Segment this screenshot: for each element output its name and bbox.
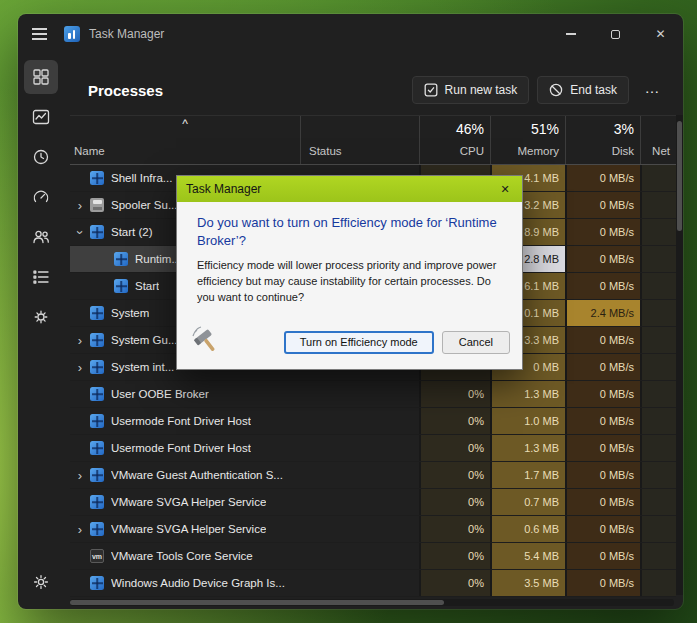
turn-on-efficiency-mode-button[interactable]: Turn on Efficiency mode bbox=[284, 331, 434, 354]
sidebar-item-performance[interactable] bbox=[24, 100, 58, 134]
expand-arrow-icon[interactable]: › bbox=[72, 469, 88, 482]
network-cell bbox=[640, 489, 676, 515]
table-row[interactable]: VMware SVGA Helper Service 0% 0.7 MB 0 M… bbox=[70, 489, 676, 516]
disk-cell: 0 MB/s bbox=[565, 570, 640, 596]
process-icon bbox=[114, 252, 128, 266]
status-cell bbox=[300, 408, 419, 434]
column-header-name[interactable]: ^ Name bbox=[70, 116, 300, 164]
window-titlebar[interactable]: Task Manager ✕ bbox=[18, 14, 683, 54]
network-cell bbox=[640, 381, 676, 407]
process-name: Start (2) bbox=[111, 226, 153, 238]
process-name: System Gu... bbox=[111, 334, 177, 346]
expand-arrow-icon[interactable]: › bbox=[74, 224, 87, 240]
column-header-memory[interactable]: 51% Memory bbox=[490, 116, 565, 164]
network-cell bbox=[640, 354, 676, 380]
table-row[interactable]: Usermode Font Driver Host 0% 1.0 MB 0 MB… bbox=[70, 408, 676, 435]
expand-arrow-icon[interactable]: › bbox=[72, 361, 88, 374]
dialog-footer: Turn on Efficiency mode Cancel bbox=[191, 325, 510, 359]
sidebar-item-app-history[interactable] bbox=[24, 140, 58, 174]
sidebar-item-users[interactable] bbox=[24, 220, 58, 254]
process-name: Spooler Su... bbox=[111, 199, 177, 211]
page-title: Processes bbox=[88, 82, 163, 99]
network-cell bbox=[640, 543, 676, 569]
cpu-cell: 0% bbox=[419, 435, 490, 461]
process-name: Windows Audio Device Graph Is... bbox=[111, 577, 285, 589]
status-cell bbox=[300, 570, 419, 596]
cpu-cell: 0% bbox=[419, 462, 490, 488]
details-icon bbox=[32, 268, 50, 286]
process-name-cell: vm VMware Tools Core Service bbox=[70, 543, 300, 569]
disk-cell: 0 MB/s bbox=[565, 165, 640, 191]
column-label-name: Name bbox=[74, 145, 105, 157]
process-name-cell: User OOBE Broker bbox=[70, 381, 300, 407]
disk-cell: 0 MB/s bbox=[565, 543, 640, 569]
process-name: Start bbox=[135, 280, 159, 292]
table-row[interactable]: vm VMware Tools Core Service 0% 5.4 MB 0… bbox=[70, 543, 676, 570]
process-name-cell: VMware SVGA Helper Service bbox=[70, 489, 300, 515]
sidebar-item-services[interactable] bbox=[24, 300, 58, 334]
sidebar-item-processes[interactable] bbox=[24, 60, 58, 94]
performance-icon bbox=[32, 108, 50, 126]
sidebar-item-details[interactable] bbox=[24, 260, 58, 294]
vertical-scrollbar-thumb[interactable] bbox=[677, 121, 682, 231]
more-options-button[interactable]: … bbox=[637, 75, 667, 106]
processes-icon bbox=[32, 68, 50, 86]
table-row[interactable]: › VMware Guest Authentication S... 0% 1.… bbox=[70, 462, 676, 489]
table-row[interactable]: Usermode Font Driver Host 0% 1.3 MB 0 MB… bbox=[70, 435, 676, 462]
process-icon bbox=[90, 306, 104, 320]
maximize-button[interactable] bbox=[593, 14, 638, 54]
network-cell bbox=[640, 192, 676, 218]
disk-total: 3% bbox=[614, 121, 634, 137]
run-new-task-icon bbox=[424, 83, 438, 97]
expand-arrow-icon[interactable]: › bbox=[72, 334, 88, 347]
process-icon bbox=[90, 198, 104, 212]
sidebar-item-startup-apps[interactable] bbox=[24, 180, 58, 214]
vertical-scrollbar[interactable] bbox=[676, 115, 683, 595]
process-icon: vm bbox=[90, 549, 104, 563]
column-header-status[interactable]: Status bbox=[300, 116, 419, 164]
users-icon bbox=[32, 228, 50, 246]
process-icon bbox=[90, 225, 104, 239]
column-header-cpu[interactable]: 46% CPU bbox=[419, 116, 490, 164]
cpu-cell: 0% bbox=[419, 489, 490, 515]
process-name-cell: Usermode Font Driver Host bbox=[70, 408, 300, 434]
disk-cell: 0 MB/s bbox=[565, 192, 640, 218]
process-icon bbox=[90, 414, 104, 428]
efficiency-mode-dialog: Task Manager ✕ Do you want to turn on Ef… bbox=[176, 175, 523, 370]
process-name-cell: › VMware Guest Authentication S... bbox=[70, 462, 300, 488]
table-row[interactable]: Windows Audio Device Graph Is... 0% 3.5 … bbox=[70, 570, 676, 597]
status-cell bbox=[300, 516, 419, 542]
column-label-memory: Memory bbox=[517, 145, 559, 157]
table-row[interactable]: User OOBE Broker 0% 1.3 MB 0 MB/s bbox=[70, 381, 676, 408]
memory-total: 51% bbox=[531, 121, 559, 137]
cancel-button[interactable]: Cancel bbox=[442, 331, 510, 354]
dialog-body: Do you want to turn on Efficiency mode f… bbox=[177, 202, 522, 306]
minimize-icon bbox=[566, 33, 576, 34]
expand-arrow-icon[interactable]: › bbox=[72, 523, 88, 536]
memory-cell: 1.7 MB bbox=[490, 462, 565, 488]
end-task-button[interactable]: End task bbox=[537, 76, 629, 104]
run-new-task-button[interactable]: Run new task bbox=[412, 76, 530, 104]
dialog-close-button[interactable]: ✕ bbox=[492, 179, 518, 199]
close-button[interactable]: ✕ bbox=[638, 14, 683, 54]
page-toolbar: Processes Run new task End task … bbox=[64, 54, 683, 114]
memory-cell: 0.7 MB bbox=[490, 489, 565, 515]
minimize-button[interactable] bbox=[548, 14, 593, 54]
process-name: Usermode Font Driver Host bbox=[111, 415, 251, 427]
sidebar-item-settings[interactable] bbox=[24, 565, 58, 599]
horizontal-scrollbar-thumb[interactable] bbox=[70, 600, 444, 605]
horizontal-scrollbar[interactable] bbox=[70, 599, 674, 606]
memory-cell: 1.3 MB bbox=[490, 435, 565, 461]
network-cell bbox=[640, 273, 676, 299]
status-cell bbox=[300, 381, 419, 407]
dialog-titlebar[interactable]: Task Manager ✕ bbox=[177, 176, 522, 202]
status-cell bbox=[300, 489, 419, 515]
network-cell bbox=[640, 462, 676, 488]
expand-arrow-icon[interactable]: › bbox=[72, 199, 88, 212]
hamburger-menu-button[interactable] bbox=[18, 14, 60, 54]
column-header-network[interactable]: Net bbox=[640, 116, 676, 164]
table-row[interactable]: › VMware SVGA Helper Service 0% 0.6 MB 0… bbox=[70, 516, 676, 543]
toolbar-actions: Run new task End task … bbox=[412, 75, 667, 106]
column-header-disk[interactable]: 3% Disk bbox=[565, 116, 640, 164]
cpu-cell: 0% bbox=[419, 570, 490, 596]
